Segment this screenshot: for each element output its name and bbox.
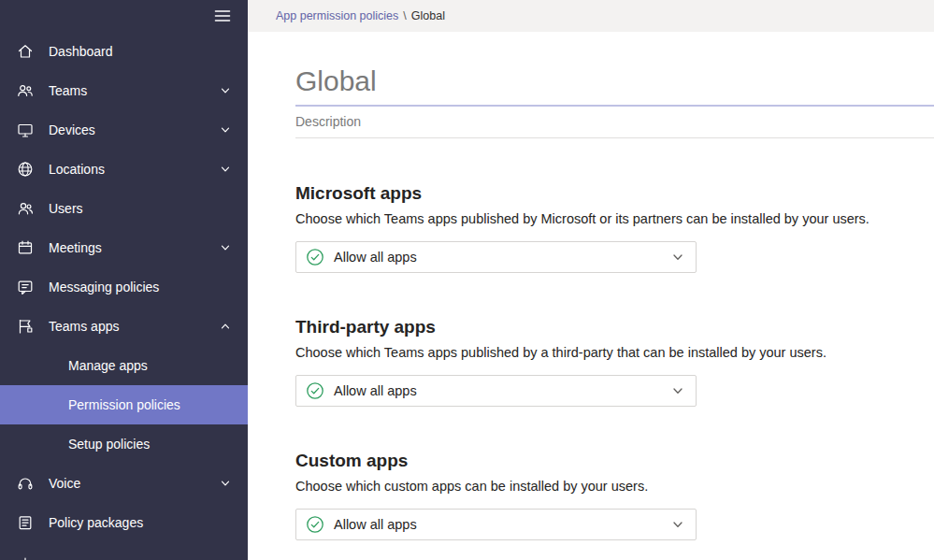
section-third-party-apps: Third-party apps Choose which Teams apps… <box>295 317 934 407</box>
teams-apps-icon <box>16 317 35 336</box>
chevron-down-icon <box>220 164 231 175</box>
app-window: Dashboard Teams Devices <box>0 0 934 560</box>
calendar-icon <box>16 238 35 257</box>
sidebar-item-label: Manage apps <box>68 358 231 373</box>
section-microsoft-apps: Microsoft apps Choose which Teams apps p… <box>295 183 934 273</box>
sidebar-nav: Dashboard Teams Devices <box>0 32 248 560</box>
check-circle-icon <box>306 381 324 400</box>
policy-sections: Microsoft apps Choose which Teams apps p… <box>295 183 934 540</box>
home-icon <box>16 42 35 61</box>
sidebar-item-teams-apps[interactable]: Teams apps <box>0 307 248 346</box>
users-icon <box>16 199 35 218</box>
dropdown-selected-value: Allow all apps <box>334 250 671 265</box>
section-custom-apps: Custom apps Choose which custom apps can… <box>295 451 934 540</box>
chevron-up-icon <box>220 321 231 332</box>
breadcrumb-parent-link[interactable]: App permission policies <box>276 9 398 22</box>
sidebar-item-users[interactable]: Users <box>0 189 248 228</box>
teams-icon <box>16 81 35 100</box>
page-content: Global Description Microsoft apps Choose… <box>248 32 934 560</box>
sidebar-item-locations[interactable]: Locations <box>0 150 248 189</box>
description-field[interactable]: Description <box>295 114 934 138</box>
sidebar-item-dashboard[interactable]: Dashboard <box>0 32 248 71</box>
chevron-down-icon <box>671 384 684 397</box>
sidebar-item-devices[interactable]: Devices <box>0 110 248 150</box>
section-heading: Microsoft apps <box>295 183 934 204</box>
sidebar-item-label: Teams apps <box>49 319 220 334</box>
section-description: Choose which custom apps can be installe… <box>295 479 934 495</box>
breadcrumb: App permission policies \ Global <box>248 0 934 32</box>
sidebar-item-teams[interactable]: Teams <box>0 71 248 110</box>
sidebar-item-messaging-policies[interactable]: Messaging policies <box>0 267 248 307</box>
sidebar-item-permission-policies[interactable]: Permission policies <box>0 385 248 424</box>
sidebar-item-label: Messaging policies <box>49 280 231 294</box>
dropdown-selected-value: Allow all apps <box>334 383 671 398</box>
chevron-down-icon <box>220 124 231 136</box>
sidebar-item-label: Setup policies <box>68 437 231 452</box>
sidebar-item-label: Dashboard <box>49 44 231 59</box>
sidebar-header <box>0 0 248 32</box>
hamburger-menu-icon[interactable] <box>213 7 232 25</box>
policy-name-underline <box>295 105 934 107</box>
globe-icon <box>16 160 35 179</box>
chevron-down-icon <box>671 251 684 264</box>
check-circle-icon <box>306 515 324 534</box>
chevron-down-icon <box>220 478 231 489</box>
custom-apps-dropdown[interactable]: Allow all apps <box>295 509 697 540</box>
sidebar-item-label: Users <box>49 201 231 216</box>
microsoft-apps-dropdown[interactable]: Allow all apps <box>295 241 697 273</box>
chevron-down-icon <box>220 242 231 253</box>
sidebar-item-label: Voice <box>49 476 220 491</box>
sidebar-item-policy-packages[interactable]: Policy packages <box>0 503 248 542</box>
dropdown-selected-value: Allow all apps <box>334 517 671 532</box>
sidebar-item-manage-apps[interactable]: Manage apps <box>0 346 248 385</box>
sidebar-item-label: Permission policies <box>68 397 231 412</box>
sidebar-item-voice[interactable]: Voice <box>0 464 248 503</box>
devices-icon <box>16 121 35 139</box>
sidebar-item-label: Teams <box>49 83 220 98</box>
sidebar-item-setup-policies[interactable]: Setup policies <box>0 424 248 464</box>
chevron-down-icon <box>220 85 231 96</box>
breadcrumb-current: Global <box>411 9 445 22</box>
section-heading: Third-party apps <box>295 317 934 337</box>
third-party-apps-dropdown[interactable]: Allow all apps <box>295 375 697 407</box>
chevron-down-icon <box>671 518 684 531</box>
sidebar-item-meetings[interactable]: Meetings <box>0 228 248 267</box>
headset-icon <box>16 474 35 493</box>
document-icon <box>16 513 35 532</box>
main-area: App permission policies \ Global Global … <box>248 0 934 560</box>
breadcrumb-separator: \ <box>403 9 406 22</box>
sidebar-item-label: Meetings <box>49 240 220 255</box>
sidebar-item-partial[interactable] <box>0 542 248 560</box>
sidebar-item-label: Policy packages <box>49 515 231 530</box>
sidebar: Dashboard Teams Devices <box>0 0 248 560</box>
bar-chart-icon <box>16 553 35 560</box>
section-heading: Custom apps <box>295 451 934 471</box>
policy-name-field[interactable]: Global <box>295 65 934 97</box>
section-description: Choose which Teams apps published by Mic… <box>295 211 934 227</box>
sidebar-item-label: Devices <box>49 122 220 137</box>
chat-icon <box>16 278 35 296</box>
section-description: Choose which Teams apps published by a t… <box>295 345 934 361</box>
sidebar-item-label: Locations <box>49 162 220 177</box>
check-circle-icon <box>306 248 324 266</box>
